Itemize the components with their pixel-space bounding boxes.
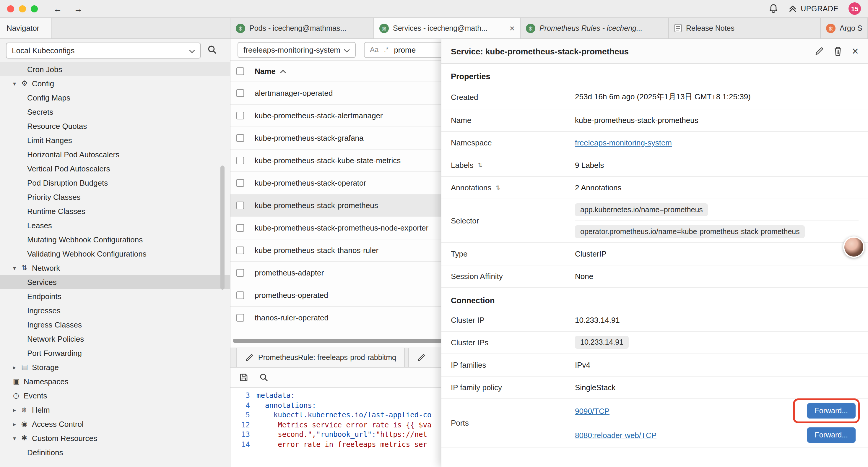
sidebar-item-endpoints[interactable]: Endpoints [0,289,230,303]
chevron-down-icon[interactable]: ▾ [13,265,21,271]
sidebar-item-vertical-pod-autoscalers[interactable]: Vertical Pod Autoscalers [0,162,230,176]
sidebar-item-pod-disruption-budgets[interactable]: Pod Disruption Budgets [0,176,230,190]
row-checkbox[interactable] [236,246,244,254]
sidebar-item-ingress-classes[interactable]: Ingress Classes [0,317,230,332]
chevron-down-icon[interactable]: ▾ [13,80,21,87]
sidebar-item-helm[interactable]: ▸⎈Helm [0,403,230,417]
line-number: 3 [230,391,256,401]
sidebar-item-custom-resources[interactable]: ▾✱Custom Resources [0,431,230,445]
chevron-right-icon[interactable]: ▸ [13,420,21,427]
forward-nav-button[interactable]: → [74,4,83,13]
events-icon: ◷ [13,391,24,400]
close-window-button[interactable] [7,5,14,12]
delete-service-icon[interactable] [834,47,842,56]
sidebar-item-horizontal-pod-autoscalers[interactable]: Horizontal Pod Autoscalers [0,147,230,162]
row-checkbox[interactable] [236,224,244,232]
row-checkbox[interactable] [236,134,244,142]
notifications-bell-icon[interactable] [769,4,778,13]
drawer-row-label: Selector [451,199,575,242]
row-checkbox[interactable] [236,291,244,299]
service-name: kube-prometheus-stack-prometheus-node-ex… [255,224,428,232]
chevron-down-icon[interactable]: ▾ [13,435,21,441]
row-checkbox[interactable] [236,179,244,187]
expand-toggle-icon[interactable]: ⇅ [478,162,483,169]
save-icon[interactable] [239,373,248,382]
row-checkbox[interactable] [236,89,244,97]
sidebar-item-label: Priority Classes [27,193,81,201]
kubeconfig-selector[interactable]: Local Kubeconfigs [6,42,201,59]
zoom-window-button[interactable] [31,5,38,12]
sidebar-item-limit-ranges[interactable]: Limit Ranges [0,133,230,147]
sidebar-item-secrets[interactable]: Secrets [0,105,230,119]
drawer-row-label: IP family policy [451,377,575,399]
sidebar-item-network-policies[interactable]: Network Policies [0,332,230,346]
sidebar-item-label: Config [32,79,54,88]
sidebar-item-ingresses[interactable]: Ingresses [0,303,230,317]
sidebar-item-cron-jobs[interactable]: Cron Jobs [0,62,230,76]
sidebar-item-leases[interactable]: Leases [0,218,230,232]
sidebar-item-resource-quotas[interactable]: Resource Quotas [0,119,230,133]
drawer-row-labels: Labels⇅9 Labels [441,154,868,177]
user-avatar[interactable] [843,236,864,258]
navigator-panel-tab[interactable]: Navigator [0,18,52,38]
match-case-toggle[interactable]: Aa [370,46,378,54]
app-tab-prometheus-rules-icecheng[interactable]: ⎈Prometheus Rules - icecheng... [521,18,669,38]
row-checkbox[interactable] [236,157,244,164]
sidebar-item-label: Ingress Classes [27,320,82,329]
sidebar-item-services[interactable]: Services [0,275,230,289]
drawer-row-value: 2 Annotations [575,183,622,192]
sidebar-item-label: Services [27,278,57,286]
sidebar-item-namespaces[interactable]: ▣Namespaces [0,374,230,388]
sidebar-item-network[interactable]: ▾⇅Network [0,261,230,275]
upgrade-button[interactable]: UPGRADE [788,4,838,13]
sidebar-item-storage[interactable]: ▸▤Storage [0,360,230,374]
expand-toggle-icon[interactable]: ⇅ [495,184,500,191]
namespace-filter-dropdown[interactable]: freeleaps-monitoring-system [238,42,356,58]
forward-button[interactable]: Forward... [807,428,856,443]
value-badge: 10.233.14.91 [575,336,629,349]
row-checkbox[interactable] [236,269,244,276]
sidebar-item-mutating-webhook-configurations[interactable]: Mutating Webhook Configurations [0,232,230,246]
row-checkbox[interactable] [236,202,244,209]
drawer-row-value: 10.233.14.91 [575,316,620,324]
forward-button[interactable]: Forward... [807,403,856,418]
sidebar-item-port-forwarding[interactable]: Port Forwarding [0,346,230,360]
notification-count-badge[interactable]: 15 [848,2,861,15]
row-checkbox[interactable] [236,112,244,119]
sidebar-item-priority-classes[interactable]: Priority Classes [0,190,230,204]
sidebar-item-config-maps[interactable]: Config Maps [0,90,230,105]
editor-search-icon[interactable] [259,373,268,382]
sidebar-search-icon[interactable] [208,45,217,56]
row-checkbox[interactable] [236,314,244,322]
sidebar-item-validating-webhook-configurations[interactable]: Validating Webhook Configurations [0,246,230,261]
dock-tab-prometheusrule[interactable]: PrometheusRule: freeleaps-prod-rabbitmq [236,348,405,367]
sidebar-item-access-control[interactable]: ▸◉Access Control [0,417,230,431]
app-tab-pods-icecheng-mathmas[interactable]: ⎈Pods - icecheng@mathmas... [230,18,374,38]
close-drawer-icon[interactable]: × [852,46,859,57]
app-tab-argo-s[interactable]: ⎈Argo S [821,18,868,38]
port-line: 9090/TCPForward... [575,399,859,423]
sidebar-item-events[interactable]: ◷Events [0,388,230,403]
namespaces-icon: ▣ [13,377,24,385]
minimize-window-button[interactable] [19,5,26,12]
chevron-right-icon[interactable]: ▸ [13,406,21,413]
sidebar-item-runtime-classes[interactable]: Runtime Classes [0,204,230,218]
app-tab-release-notes[interactable]: Release Notes [669,18,821,38]
app-tab-services-icecheng-math[interactable]: ⎈Services - icecheng@math...× [374,18,521,38]
chevron-down-icon [189,46,195,55]
sidebar-scrollbar[interactable] [220,166,224,290]
drawer-row-value: None [575,272,593,281]
name-column-header[interactable]: Name [255,67,286,76]
port-link[interactable]: 9090/TCP [575,406,610,415]
back-button[interactable]: ← [53,4,62,13]
sidebar-item-definitions[interactable]: Definitions [0,445,230,459]
edit-service-icon[interactable] [815,47,824,56]
drawer-row-ports: Ports9090/TCPForward...8080:reloader-web… [441,399,868,447]
chevron-right-icon[interactable]: ▸ [13,364,21,370]
close-tab-icon[interactable]: × [509,23,515,33]
port-link[interactable]: 8080:reloader-web/TCP [575,431,656,439]
select-all-checkbox[interactable] [236,67,244,75]
sidebar-item-config[interactable]: ▾⚙Config [0,76,230,90]
regex-toggle[interactable]: .* [384,46,389,54]
namespace-link[interactable]: freeleaps-monitoring-system [575,138,672,147]
